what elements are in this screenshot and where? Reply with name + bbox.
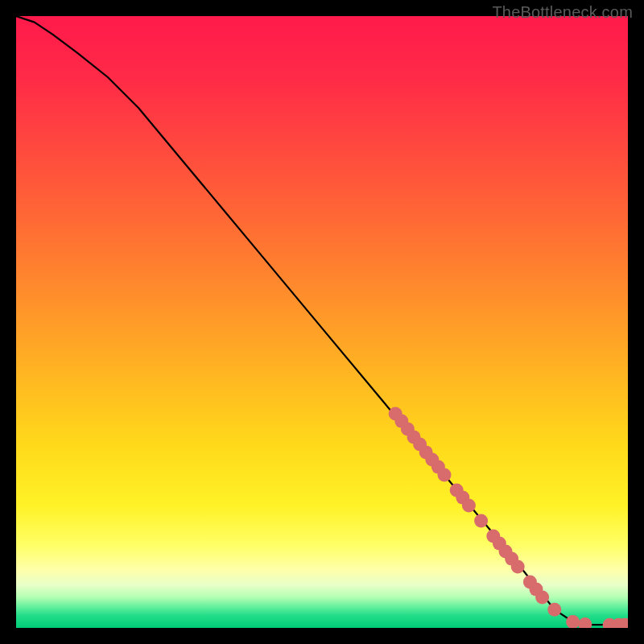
data-point — [438, 469, 452, 482]
heat-gradient-background — [16, 16, 628, 628]
watermark-text: TheBottleneck.com — [492, 3, 633, 22]
data-point — [535, 591, 549, 605]
data-point — [511, 560, 525, 574]
data-point — [462, 499, 476, 513]
data-point — [547, 603, 561, 617]
data-point — [474, 514, 488, 528]
bottleneck-chart — [16, 16, 628, 628]
chart-frame: TheBottleneck.com — [16, 16, 628, 628]
